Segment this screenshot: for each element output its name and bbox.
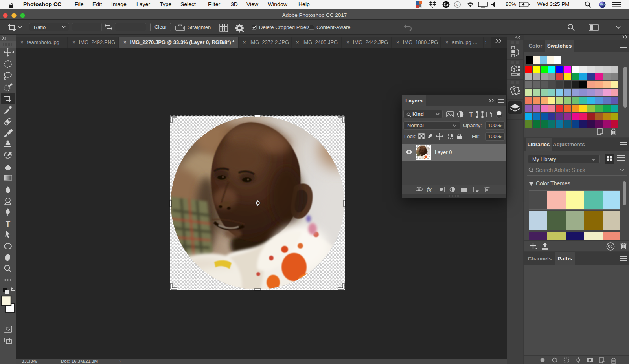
svg-text:fx: fx (427, 187, 432, 192)
svg-text:T: T (6, 219, 10, 228)
svg-text:d: d (456, 2, 459, 7)
svg-text:T: T (469, 111, 473, 118)
